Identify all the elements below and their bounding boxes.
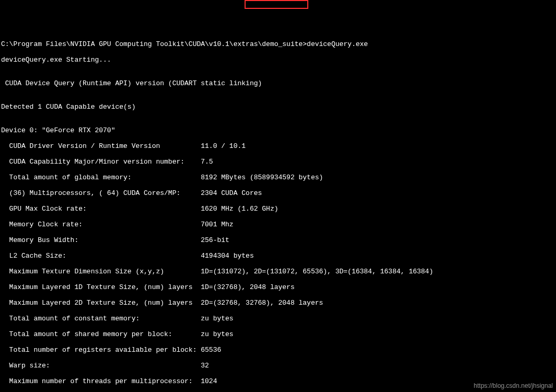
device-property: Total amount of global memory: 8192 MByt… <box>1 174 555 181</box>
device-property: Total amount of constant memory: zu byte… <box>1 315 555 322</box>
prompt-path: C:\Program Files\NVIDIA GPU Computing To… <box>1 40 307 48</box>
prompt-line[interactable]: C:\Program Files\NVIDIA GPU Computing To… <box>1 40 555 48</box>
device-property: Warp size: 32 <box>1 362 555 370</box>
device-property: Maximum Layered 2D Texture Size, (num) l… <box>1 299 555 307</box>
device-property: Total number of registers available per … <box>1 346 555 354</box>
device-property: Memory Bus Width: 256-bit <box>1 236 555 244</box>
device-header: Device 0: "GeForce RTX 2070" <box>1 126 555 134</box>
device-property: CUDA Driver Version / Runtime Version 11… <box>1 142 555 150</box>
detected-line: Detected 1 CUDA Capable device(s) <box>1 103 555 111</box>
watermark-text: https://blog.csdn.net/jhsignal <box>474 382 553 390</box>
api-header: CUDA Device Query (Runtime API) version … <box>1 79 555 87</box>
device-property: Maximum Texture Dimension Size (x,y,z) 1… <box>1 268 555 275</box>
prompt-command: deviceQuery.exe <box>307 40 368 48</box>
highlight-rectangle <box>245 0 308 9</box>
device-property: GPU Max Clock rate: 1620 MHz (1.62 GHz) <box>1 205 555 213</box>
terminal-output: C:\Program Files\NVIDIA GPU Computing To… <box>0 31 556 392</box>
device-property: L2 Cache Size: 4194304 bytes <box>1 252 555 260</box>
device-property: Total amount of shared memory per block:… <box>1 330 555 338</box>
device-property: (36) Multiprocessors, ( 64) CUDA Cores/M… <box>1 189 555 197</box>
device-property: CUDA Capability Major/Minor version numb… <box>1 158 555 166</box>
device-property: Maximum Layered 1D Texture Size, (num) l… <box>1 283 555 291</box>
device-property: Maximum number of threads per multiproce… <box>1 377 555 385</box>
device-property: Memory Clock rate: 7001 Mhz <box>1 221 555 228</box>
startup-line: deviceQuery.exe Starting... <box>1 56 555 64</box>
